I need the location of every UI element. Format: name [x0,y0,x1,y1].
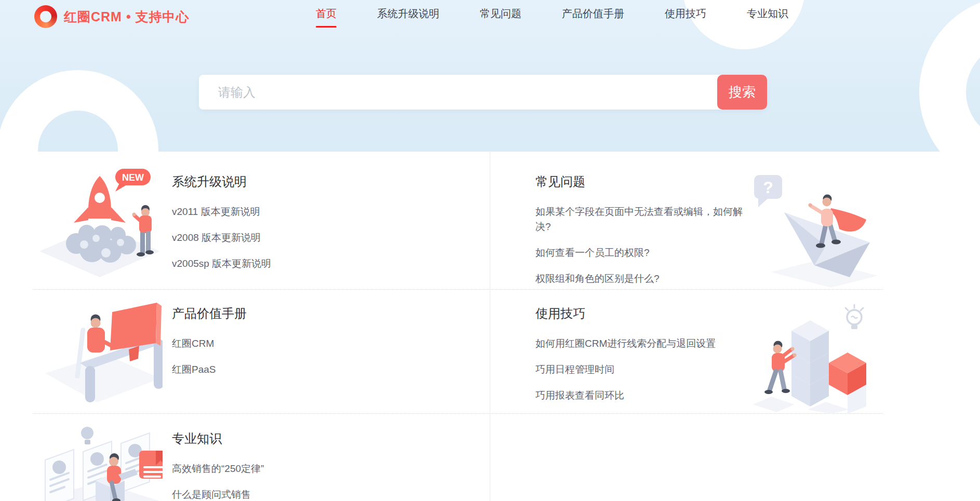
link-report-comparison[interactable]: 巧用报表查看同环比 [535,388,748,403]
paper-plane-illustration: ? [748,166,883,289]
link-faq-field-visibility[interactable]: 如果某个字段在页面中无法查看或编辑，如何解决? [535,204,748,234]
nav-item-product-value[interactable]: 产品价值手册 [562,7,624,21]
column-divider [490,152,490,501]
link-lead-assignment[interactable]: 如何用红圈CRM进行线索分配与退回设置 [535,336,748,351]
search-bar: 搜索 [199,75,767,110]
section-system-upgrade: NEW 系统升级说明 v2011 版本更新说明 v2008 版本更新说明 v20… [33,152,490,289]
section-faq: 常见问题 如果某个字段在页面中无法查看或编辑，如何解决? 如何查看一个员工的权限… [490,152,883,289]
section-title-knowledge: 专业知识 [172,430,264,447]
section-title-system-upgrade: 系统升级说明 [172,173,271,190]
nav-item-tips[interactable]: 使用技巧 [665,7,706,21]
lightbulb-icon [845,305,863,329]
content-area: NEW 系统升级说明 v2011 版本更新说明 v2008 版本更新说明 v20… [0,152,980,501]
link-consultative-selling[interactable]: 什么是顾问式销售 [172,487,264,501]
rocket-launch-illustration: NEW [37,166,163,289]
nav-item-knowledge[interactable]: 专业知识 [747,7,788,21]
section-tips: 使用技巧 如何用红圈CRM进行线索分配与退回设置 巧用日程管理时间 巧用报表查看… [490,290,883,413]
link-v2008[interactable]: v2008 版本更新说明 [172,230,271,245]
section-title-faq: 常见问题 [535,173,748,190]
link-v2011[interactable]: v2011 版本更新说明 [172,204,271,219]
book-icon [139,451,163,479]
link-250-rule[interactable]: 高效销售的“250定律” [172,461,264,476]
link-v2005sp[interactable]: v2005sp 版本更新说明 [172,256,271,271]
search-button[interactable]: 搜索 [717,75,767,110]
link-faq-permission-group-role[interactable]: 权限组和角色的区别是什么? [535,271,748,286]
question-bubble-label: ? [763,178,773,197]
brand-logo-text: 红圈CRM • 支持中心 [64,8,190,25]
search-input[interactable] [199,75,721,110]
decorative-ring-left [0,70,158,152]
empty-cell [490,414,883,501]
red-ring-logo-icon [34,5,57,28]
brand-logo[interactable]: 红圈CRM • 支持中心 [34,5,190,28]
main-nav: 首页 系统升级说明 常见问题 产品价值手册 使用技巧 专业知识 [316,0,788,27]
desk-monitor-illustration [37,301,163,413]
building-blocks-illustration [748,301,883,413]
section-title-product-value: 产品价值手册 [172,305,247,322]
section-knowledge: 专业知识 高效销售的“250定律” 什么是顾问式销售 [33,414,490,501]
link-hongquan-paas[interactable]: 红圈PaaS [172,362,247,377]
support-center-page: 红圈CRM • 支持中心 首页 系统升级说明 常见问题 产品价值手册 使用技巧 … [0,0,980,501]
section-product-value: 产品价值手册 红圈CRM 红圈PaaS [33,290,490,413]
nav-item-system-upgrade[interactable]: 系统升级说明 [377,7,439,21]
section-title-tips: 使用技巧 [535,305,748,322]
nav-item-home[interactable]: 首页 [316,7,337,21]
link-schedule-management[interactable]: 巧用日程管理时间 [535,362,748,377]
content-row-1: NEW 系统升级说明 v2011 版本更新说明 v2008 版本更新说明 v20… [33,152,883,289]
content-row-3: 专业知识 高效销售的“250定律” 什么是顾问式销售 [33,414,883,501]
link-hongquan-crm[interactable]: 红圈CRM [172,336,247,351]
new-badge-label: NEW [122,172,144,183]
new-badge: NEW [115,169,151,192]
hero-section: 红圈CRM • 支持中心 首页 系统升级说明 常见问题 产品价值手册 使用技巧 … [0,0,980,152]
header: 红圈CRM • 支持中心 首页 系统升级说明 常见问题 产品价值手册 使用技巧 … [0,0,980,34]
documents-reading-illustration [37,419,163,501]
link-faq-employee-permission[interactable]: 如何查看一个员工的权限? [535,245,748,260]
content-row-2: 产品价值手册 红圈CRM 红圈PaaS 使用技巧 如何用红圈CRM进行线索分配与… [33,290,883,413]
nav-item-faq[interactable]: 常见问题 [480,7,521,21]
